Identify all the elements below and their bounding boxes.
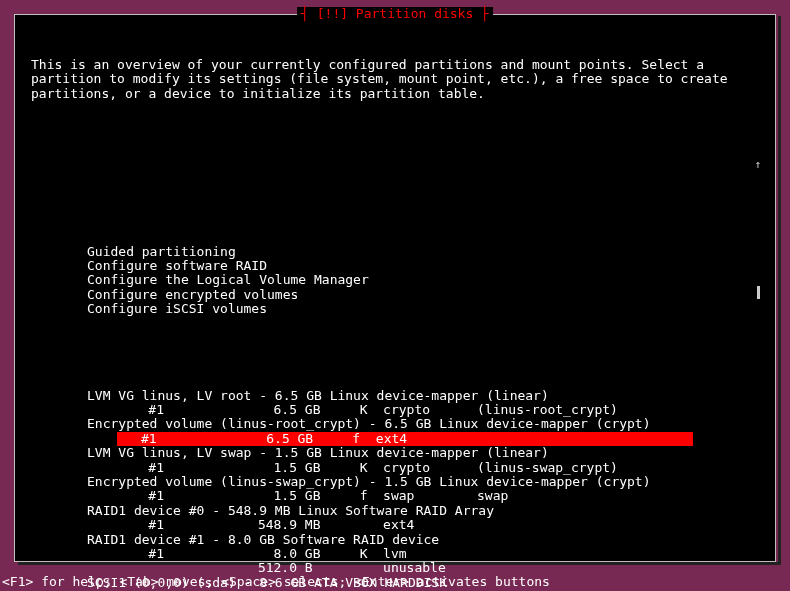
menu-item[interactable]: Configure the Logical Volume Manager [31,273,759,287]
menu-item[interactable]: Guided partitioning [31,245,759,259]
menu-item[interactable]: Configure software RAID [31,259,759,273]
device-heading[interactable]: LVM VG linus, LV root - 6.5 GB Linux dev… [31,389,759,403]
partition-menu[interactable]: ↑ ↓ Guided partitioningConfigure softwar… [31,158,759,591]
device-heading[interactable]: LVM VG linus, LV swap - 1.5 GB Linux dev… [31,446,759,460]
scroll-up-icon: ↑ [754,158,761,172]
dialog-content: This is an overview of your currently co… [15,15,775,591]
menu-item[interactable]: Configure iSCSI volumes [31,302,759,316]
help-bar: <F1> for help; <Tab> moves; <Space> sele… [2,575,550,589]
partition-row[interactable]: #1 1.5 GB K crypto (linus-swap_crypt) [31,461,759,475]
menu-item[interactable]: Configure encrypted volumes [31,288,759,302]
device-heading[interactable]: Encrypted volume (linus-swap_crypt) - 1.… [31,475,759,489]
partition-row[interactable]: #1 6.5 GB K crypto (linus-root_crypt) [31,403,759,417]
partition-row-selected[interactable]: #1 6.5 GB f ext4 [117,432,693,446]
intro-text: This is an overview of your currently co… [31,58,759,101]
partition-row[interactable]: #1 548.9 MB ext4 [31,518,759,532]
device-heading[interactable]: Encrypted volume (linus-root_crypt) - 6.… [31,417,759,431]
partition-row[interactable]: #1 1.5 GB f swap swap [31,489,759,503]
device-heading[interactable]: RAID1 device #1 - 8.0 GB Software RAID d… [31,533,759,547]
scroll-thumb-icon [757,286,760,299]
dialog-title: ┤ [!!] Partition disks ├ [297,7,493,21]
partition-row[interactable]: #1 8.0 GB K lvm [31,547,759,561]
device-heading[interactable]: RAID1 device #0 - 548.9 MB Linux Softwar… [31,504,759,518]
dialog-frame: ┤ [!!] Partition disks ├ This is an over… [14,14,776,562]
